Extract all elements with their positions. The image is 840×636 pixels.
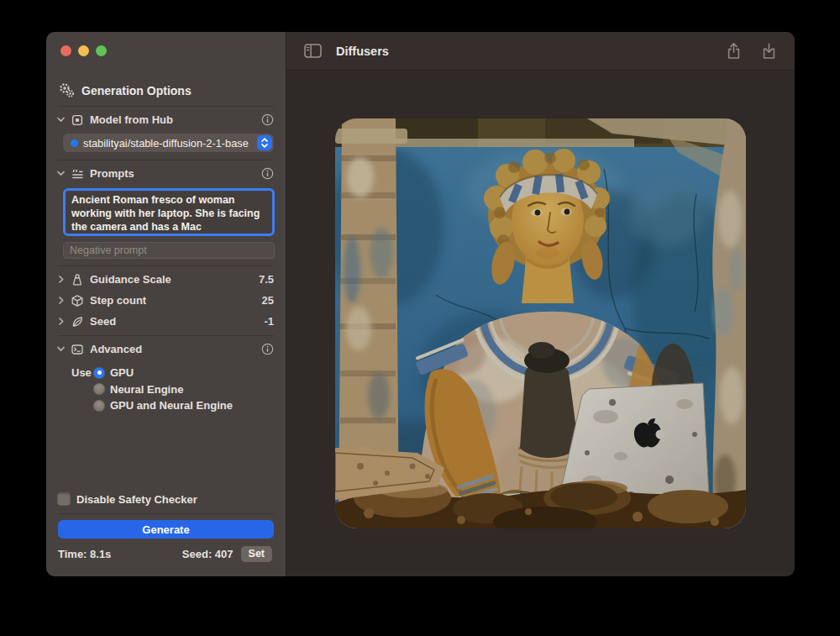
prompts-section-label: Prompts <box>90 167 134 180</box>
cube-icon <box>71 294 84 307</box>
param-label: Step count <box>90 294 146 307</box>
divider <box>58 265 274 266</box>
divider <box>58 160 274 160</box>
chevron-down-icon <box>56 169 66 178</box>
radio-label: GPU and Neural Engine <box>110 399 233 412</box>
divider <box>58 335 274 336</box>
model-status-dot <box>71 139 78 147</box>
main-titlebar: Diffusers <box>286 32 795 71</box>
scale-weight-icon <box>71 273 84 286</box>
traffic-lights <box>46 32 286 56</box>
main-pane: Diffusers <box>286 32 795 576</box>
divider <box>58 106 274 107</box>
compute-unit-group: Use GPU Neural Engine GPU and Neural Eng… <box>71 365 274 414</box>
guidance-scale-row[interactable]: Guidance Scale 7.5 <box>56 269 274 290</box>
sidebar-title: Generation Options <box>81 84 192 97</box>
chevron-right-icon <box>56 275 66 284</box>
radio-neural-engine[interactable] <box>93 383 105 395</box>
seed-status: Seed: 407 <box>182 548 234 560</box>
generated-image[interactable] <box>335 118 746 528</box>
minimize-button[interactable] <box>78 45 89 56</box>
set-seed-button[interactable]: Set <box>241 546 272 562</box>
generate-button[interactable]: Generate <box>58 520 274 539</box>
divider <box>58 513 274 514</box>
window-title: Diffusers <box>336 45 389 58</box>
step-count-row[interactable]: Step count 25 <box>56 290 274 311</box>
chevron-right-icon <box>56 317 66 326</box>
chevron-down-icon <box>56 115 66 124</box>
param-value: -1 <box>264 315 274 328</box>
text-quote-icon <box>71 167 84 181</box>
param-value: 25 <box>262 294 274 307</box>
advanced-section-label: Advanced <box>90 343 142 355</box>
model-section-row[interactable]: Model from Hub <box>56 112 274 128</box>
param-label: Guidance Scale <box>90 273 171 286</box>
app-window: Generation Options Model from Hub stabil… <box>46 32 795 576</box>
safety-checkbox-label: Disable Safety Checker <box>76 493 197 506</box>
use-label: Use <box>71 366 93 379</box>
advanced-section-row[interactable]: Advanced <box>56 341 274 357</box>
save-icon[interactable] <box>761 42 777 60</box>
disable-safety-checkbox[interactable] <box>58 493 70 505</box>
sidebar: Generation Options Model from Hub stabil… <box>46 32 286 576</box>
param-value: 7.5 <box>259 273 274 286</box>
status-bar: Time: 8.1s Seed: 407 Set <box>58 545 272 562</box>
time-status: Time: 8.1s <box>58 548 111 560</box>
zoom-button[interactable] <box>96 45 107 56</box>
prompt-input[interactable]: Ancient Roman fresco of woman working wi… <box>63 188 275 236</box>
leaf-icon <box>71 315 84 329</box>
model-select-value: stabilityai/stable-diffusion-2-1-base <box>83 137 257 150</box>
param-label: Seed <box>90 315 116 328</box>
info-icon[interactable] <box>261 343 274 355</box>
sidebar-toggle-icon[interactable] <box>304 44 322 58</box>
radio-label: Neural Engine <box>110 383 183 396</box>
stepper-icon <box>257 135 272 150</box>
info-icon[interactable] <box>261 113 274 126</box>
chip-icon <box>71 113 84 127</box>
safety-checker-row: Disable Safety Checker <box>58 491 274 507</box>
seed-row[interactable]: Seed -1 <box>56 311 274 332</box>
model-section-label: Model from Hub <box>90 113 173 126</box>
negative-prompt-input[interactable] <box>63 242 275 259</box>
radio-gpu-and-neural-engine[interactable] <box>93 400 105 412</box>
share-icon[interactable] <box>726 42 742 60</box>
radio-gpu[interactable] <box>93 367 105 379</box>
fresco-illustration <box>335 118 746 528</box>
terminal-icon <box>71 343 84 356</box>
chevron-down-icon <box>56 344 66 354</box>
model-select[interactable]: stabilityai/stable-diffusion-2-1-base <box>63 134 274 152</box>
chevron-right-icon <box>56 296 66 305</box>
prompts-section-row[interactable]: Prompts <box>56 166 274 181</box>
radio-label: GPU <box>110 366 134 379</box>
generation-options-header: Generation Options <box>59 82 274 98</box>
info-icon[interactable] <box>261 167 274 180</box>
gears-icon <box>59 82 75 98</box>
image-canvas <box>286 71 795 576</box>
close-button[interactable] <box>60 45 71 56</box>
